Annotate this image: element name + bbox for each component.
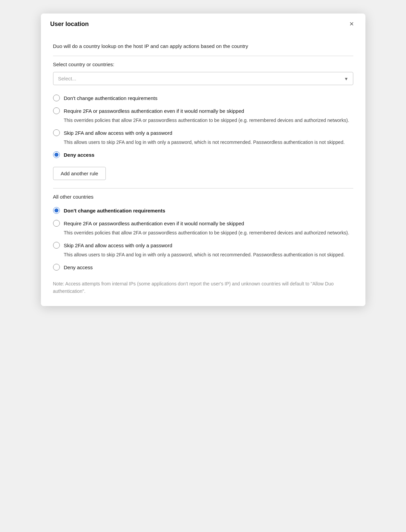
radio-item-4: Deny access (53, 149, 353, 161)
s2-radio-item-3: Skip 2FA and allow access with only a pa… (53, 239, 353, 260)
s2-radio-label-deny-access[interactable]: Deny access (64, 264, 93, 270)
all-other-countries-label: All other countries (53, 194, 353, 200)
radio-dont-change[interactable] (53, 95, 60, 101)
select-label: Select country or countries: (53, 61, 353, 67)
s2-radio-deny-access[interactable] (53, 264, 60, 271)
country-select[interactable]: Select... (53, 72, 353, 85)
radio-skip-2fa[interactable] (53, 129, 60, 136)
note-text: Note: Access attempts from internal IPs … (53, 280, 353, 295)
add-another-rule-button[interactable]: Add another rule (53, 167, 106, 180)
section1-radio-group: Don't change authentication requirements… (53, 92, 353, 161)
radio-label-require-2fa[interactable]: Require 2FA or passwordless authenticati… (64, 108, 244, 114)
close-button[interactable]: × (348, 20, 356, 28)
radio-item-1: Don't change authentication requirements (53, 92, 353, 104)
country-select-wrapper: Select... ▼ (53, 72, 353, 85)
modal-body: Duo will do a country lookup on the host… (41, 34, 365, 306)
radio-item-2: Require 2FA or passwordless authenticati… (53, 105, 353, 126)
radio-require-2fa[interactable] (53, 107, 60, 114)
modal-title: User location (50, 21, 89, 28)
s2-radio-dont-change[interactable] (53, 207, 60, 214)
radio-deny-access[interactable] (53, 151, 60, 158)
radio-desc-require-2fa: This overrides policies that allow 2FA o… (64, 117, 353, 124)
s2-radio-item-4: Deny access (53, 261, 353, 273)
divider-top (53, 56, 353, 56)
s2-radio-skip-2fa[interactable] (53, 242, 60, 249)
section2-radio-group: Don't change authentication requirements… (53, 204, 353, 274)
radio-label-skip-2fa[interactable]: Skip 2FA and allow access with only a pa… (64, 130, 172, 136)
radio-label-deny-access[interactable]: Deny access (64, 152, 95, 158)
s2-radio-require-2fa[interactable] (53, 220, 60, 227)
radio-label-dont-change[interactable]: Don't change authentication requirements (64, 95, 158, 101)
radio-desc-skip-2fa: This allows users to skip 2FA and log in… (64, 139, 353, 146)
s2-radio-item-2: Require 2FA or passwordless authenticati… (53, 217, 353, 238)
description-text: Duo will do a country lookup on the host… (53, 43, 353, 49)
user-location-modal: User location × Duo will do a country lo… (41, 14, 365, 306)
s2-radio-label-skip-2fa[interactable]: Skip 2FA and allow access with only a pa… (64, 243, 172, 248)
s2-radio-label-dont-change[interactable]: Don't change authentication requirements (64, 208, 165, 213)
divider-middle (53, 188, 353, 188)
modal-header: User location × (41, 14, 365, 34)
s2-radio-desc-require-2fa: This overrides policies that allow 2FA o… (64, 229, 353, 236)
s2-radio-item-1: Don't change authentication requirements (53, 204, 353, 217)
s2-radio-label-require-2fa[interactable]: Require 2FA or passwordless authenticati… (64, 221, 244, 226)
s2-radio-desc-skip-2fa: This allows users to skip 2FA and log in… (64, 251, 353, 258)
radio-item-3: Skip 2FA and allow access with only a pa… (53, 127, 353, 148)
